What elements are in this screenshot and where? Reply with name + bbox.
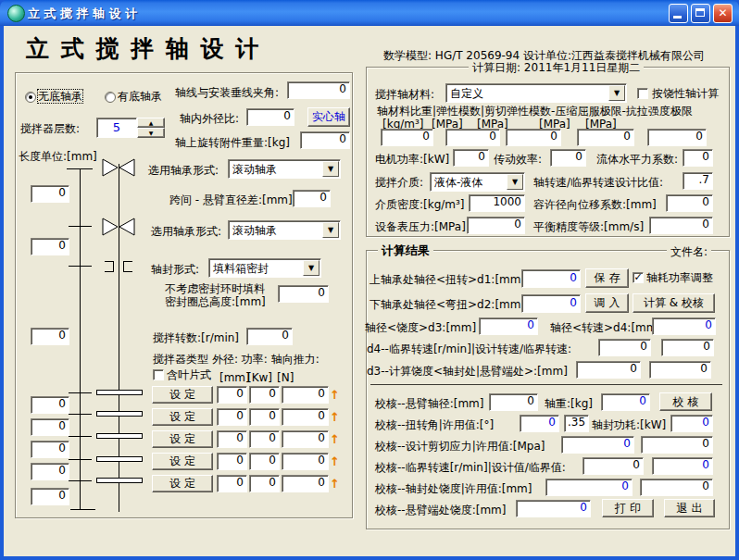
thrust-up-icon[interactable]: ↑ [330,476,340,492]
span-diff-input[interactable]: 0 [293,190,331,207]
fluid-coeff-input[interactable]: 0 [683,149,713,167]
maximize-button[interactable] [691,4,710,23]
no-bottom-bearing-label[interactable]: 无底轴承 [38,90,82,103]
set-impeller-button[interactable]: 设 定 [152,453,213,470]
save-button[interactable]: 保 存 [585,268,629,288]
flexible-shaft-checkbox[interactable] [637,88,648,99]
d3-output[interactable]: 0 [479,317,538,335]
chevron-down-icon[interactable]: ▼ [303,260,319,276]
check-shear-output-1[interactable]: 0 [561,436,634,454]
material-prop-input[interactable]: 0 [381,129,433,146]
d3-deflection-output-2[interactable]: 0 [649,361,711,379]
attachment-weight-input[interactable]: 0 [300,131,350,149]
thrust-up-icon[interactable]: ↑ [330,454,340,469]
check-seal-deflection-output-1[interactable]: 0 [545,479,633,496]
efficiency-input[interactable]: 0 [550,149,586,167]
check-cantilever-input[interactable]: 0 [489,393,538,411]
set-impeller-button[interactable]: 设 定 [152,386,213,404]
material-prop-input[interactable]: 0 [445,129,500,146]
set-impeller-button[interactable]: 设 定 [152,430,213,448]
layers-input[interactable]: 5 [96,118,137,138]
d2-output[interactable]: 0 [521,294,581,313]
impeller-power-input[interactable]: 0 [249,453,280,470]
material-prop-input[interactable]: 0 [647,129,707,146]
minimize-button[interactable] [669,4,688,23]
with-bottom-bearing-radio[interactable] [105,92,116,103]
power-adjust-label[interactable]: 轴耗功率调整 [646,271,713,284]
with-bottom-bearing-label[interactable]: 有底轴承 [118,90,162,103]
blade-type-checkbox[interactable] [153,369,164,380]
impeller-power-input[interactable]: 0 [249,430,280,448]
d3-deflection-output-1[interactable]: 0 [576,361,641,379]
d4-output[interactable]: 0 [652,317,716,335]
load-button[interactable]: 调 入 [585,293,629,313]
segment-length-input[interactable]: 0 [31,441,69,458]
medium-select[interactable]: 液体-液体 ▼ [430,172,525,192]
close-button[interactable]: ✕ [713,4,733,23]
radial-disp-input[interactable]: 0 [666,194,713,212]
impeller-thrust-input[interactable]: 0 [282,430,329,448]
impeller-thrust-input[interactable]: 0 [282,453,329,470]
segment-length-input[interactable]: 0 [31,418,69,436]
gauge-pressure-input[interactable]: 0 [467,217,525,234]
segment-length-input[interactable]: 0 [31,238,69,255]
print-button[interactable]: 打 印 [602,499,654,517]
check-seal-deflection-output-2[interactable]: 0 [640,479,713,496]
bearing-form-upper-select[interactable]: 滚动轴承 ▼ [228,159,341,179]
impeller-diameter-input[interactable]: 0 [217,408,247,426]
shaft-weight-output[interactable]: 0 [601,393,650,411]
chevron-down-icon[interactable]: ▼ [322,161,339,177]
impeller-thrust-input[interactable]: 0 [282,386,329,404]
power-adjust-checkbox[interactable]: ✓ [633,272,644,283]
material-select[interactable]: 自定义 ▼ [445,83,627,103]
speed-ratio-input[interactable]: .7 [683,172,713,190]
segment-length-input[interactable]: 0 [31,185,69,203]
set-impeller-button[interactable]: 设 定 [152,475,213,492]
impeller-diameter-input[interactable]: 0 [217,453,247,470]
d1-output[interactable]: 0 [521,269,581,288]
chevron-down-icon[interactable]: ▼ [322,222,339,238]
set-impeller-button[interactable]: 设 定 [152,408,213,426]
chevron-down-icon[interactable]: ▼ [507,174,523,190]
segment-length-input[interactable]: 0 [31,396,69,414]
layers-spin-down-button[interactable]: ▼ [137,128,165,138]
segment-length-input[interactable]: 0 [31,463,69,480]
thrust-up-icon[interactable]: ↑ [330,387,340,403]
seal-form-select[interactable]: 填料箱密封 ▼ [208,258,321,278]
rotation-speed-input[interactable]: 0 [246,328,293,345]
density-input[interactable]: 1000 [469,194,525,212]
impeller-diameter-input[interactable]: 0 [217,430,247,448]
check-torsion-output[interactable]: 0 [520,415,559,432]
layers-spin-up-button[interactable]: ▲ [137,118,165,128]
diameter-ratio-input[interactable]: 0 [246,108,294,126]
packing-height-input[interactable]: 0 [278,285,329,303]
motor-power-input[interactable]: 0 [453,149,489,167]
check-torsion-allow-input[interactable]: .35 [564,415,589,432]
bearing-form-lower-select[interactable]: 滚动轴承 ▼ [228,220,341,240]
check-shear-output-2[interactable]: 0 [641,436,713,454]
check-button[interactable]: 校 核 [659,392,712,411]
thrust-up-icon[interactable]: ↑ [330,431,340,447]
impeller-thrust-input[interactable]: 0 [282,408,329,426]
solid-shaft-button[interactable]: 实心轴 [307,107,350,127]
exit-button[interactable]: 退 出 [664,499,715,517]
seal-power-output[interactable]: 0 [670,415,713,432]
calc-check-button[interactable]: 计算 & 校核 [633,293,715,313]
chevron-down-icon[interactable]: ▼ [608,85,625,101]
blade-type-label[interactable]: 含叶片式 [167,368,211,381]
impeller-diameter-input[interactable]: 0 [217,475,247,492]
segment-length-input[interactable]: 0 [31,328,69,345]
material-prop-input[interactable]: 0 [577,129,634,146]
material-prop-input[interactable]: 0 [506,129,561,146]
check-critical-output-1[interactable]: 0 [582,457,644,475]
impeller-power-input[interactable]: 0 [249,386,280,404]
segment-length-input[interactable]: 0 [31,488,69,505]
thrust-up-icon[interactable]: ↑ [330,409,340,425]
d4-critical-output-1[interactable]: 0 [598,339,651,356]
flexible-shaft-label[interactable]: 按饶性轴计算 [652,87,719,100]
no-bottom-bearing-radio[interactable] [25,92,36,103]
check-critical-output-2[interactable]: 0 [652,457,713,475]
check-cantilever-deflection-output[interactable]: 0 [516,500,591,517]
impeller-power-input[interactable]: 0 [249,475,280,492]
impeller-thrust-input[interactable]: 0 [282,475,329,492]
